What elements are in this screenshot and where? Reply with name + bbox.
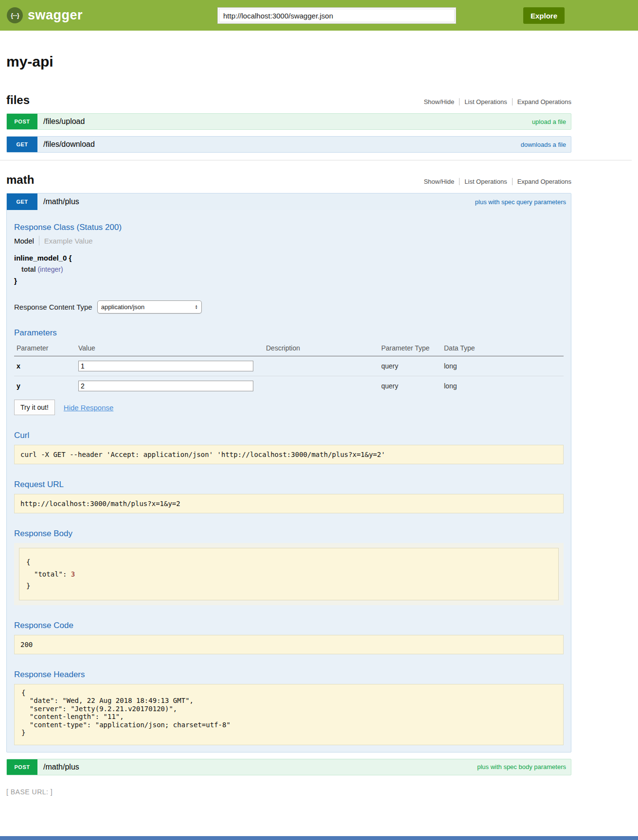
get-method-badge: GET xyxy=(7,193,37,210)
tab-separator xyxy=(39,236,39,245)
tab-model[interactable]: Model xyxy=(14,237,34,245)
json-open-brace: { xyxy=(26,556,551,568)
bottom-blue-bar xyxy=(0,836,638,840)
model-property-type: (integer) xyxy=(37,265,63,273)
param-x-value-input[interactable] xyxy=(78,361,253,371)
try-it-out-button[interactable]: Try it out! xyxy=(14,400,55,415)
files-show-hide-link[interactable]: Show/Hide xyxy=(419,98,459,105)
post-method-badge: POST xyxy=(7,114,37,129)
select-arrows-icon: ▲▼ xyxy=(195,305,198,310)
content-type-selected-value: application/json xyxy=(101,303,145,311)
swagger-braces-icon: {···} xyxy=(7,7,23,23)
param-description xyxy=(264,376,379,396)
curl-heading: Curl xyxy=(14,431,564,440)
param-data-type: long xyxy=(442,376,564,396)
operation-path[interactable]: /files/upload xyxy=(43,117,85,126)
operation-row-post-files-upload[interactable]: POST /files/upload upload a file xyxy=(6,113,571,130)
param-y-value-input[interactable] xyxy=(78,381,253,391)
column-parameter: Parameter xyxy=(14,342,76,356)
page-title: my-api xyxy=(6,53,571,70)
param-name: x xyxy=(14,356,76,376)
brand-title: swagger xyxy=(28,8,83,23)
response-code-value: 200 xyxy=(14,635,564,654)
model-property-name: total xyxy=(21,265,36,273)
response-headers-heading: Response Headers xyxy=(14,670,564,680)
param-type: query xyxy=(379,356,442,376)
param-description xyxy=(264,356,379,376)
json-number-value: 3 xyxy=(71,570,75,578)
response-body-container: { "total": 3 } xyxy=(14,543,564,605)
get-method-badge: GET xyxy=(7,137,37,152)
json-key: "total": xyxy=(34,570,71,578)
math-section-controls: Show/Hide List Operations Expand Operati… xyxy=(419,178,571,185)
api-url-field-wrap xyxy=(217,7,456,24)
explore-button[interactable]: Explore xyxy=(523,7,565,24)
operation-summary[interactable]: plus with spec query parameters xyxy=(475,198,566,206)
column-description: Description xyxy=(264,342,379,356)
parameter-row-x: x query long xyxy=(14,356,564,376)
request-url-value: http://localhost:3000/math/plus?x=1&y=2 xyxy=(14,494,564,513)
math-section-header: math Show/Hide List Operations Expand Op… xyxy=(6,173,571,187)
operation-path[interactable]: /math/plus xyxy=(43,763,79,771)
column-data-type: Data Type xyxy=(442,342,564,356)
param-type: query xyxy=(379,376,442,396)
section-divider xyxy=(0,160,632,160)
operation-path[interactable]: /files/download xyxy=(43,140,95,149)
files-section-header: files Show/Hide List Operations Expand O… xyxy=(6,93,571,107)
math-expand-operations-link[interactable]: Expand Operations xyxy=(512,178,571,185)
model-signature: inline_model_0 { total (integer) } xyxy=(14,254,564,285)
parameters-table: Parameter Value Description Parameter Ty… xyxy=(14,342,564,396)
operation-row-post-math-plus[interactable]: POST /math/plus plus with spec body para… xyxy=(6,759,571,775)
parameters-header-row: Parameter Value Description Parameter Ty… xyxy=(14,342,564,356)
math-list-operations-link[interactable]: List Operations xyxy=(459,178,512,185)
parameter-row-y: y query long xyxy=(14,376,564,396)
column-value: Value xyxy=(76,342,264,356)
operation-summary[interactable]: upload a file xyxy=(532,118,566,125)
response-headers-json: { "date": "Wed, 22 Aug 2018 18:49:13 GMT… xyxy=(14,684,564,745)
content-type-select[interactable]: application/json ▲▼ xyxy=(97,300,202,314)
column-parameter-type: Parameter Type xyxy=(379,342,442,356)
files-section-controls: Show/Hide List Operations Expand Operati… xyxy=(419,98,571,105)
model-name: inline_model_0 { xyxy=(14,254,564,262)
operation-header-get-math-plus[interactable]: GET /math/plus plus with spec query para… xyxy=(7,193,571,210)
model-tabs: Model Example Value xyxy=(14,236,564,245)
math-section-title: math xyxy=(6,173,34,187)
operation-summary[interactable]: plus with spec body parameters xyxy=(477,763,566,770)
request-url-heading: Request URL xyxy=(14,480,564,490)
operation-panel-get-math-plus: GET /math/plus plus with spec query para… xyxy=(6,193,571,752)
response-body-json: { "total": 3 } xyxy=(19,548,559,600)
header-bar: {···} swagger Explore xyxy=(0,0,638,31)
operation-summary[interactable]: downloads a file xyxy=(521,141,566,148)
api-url-input[interactable] xyxy=(219,9,455,22)
base-url-footer: [ BASE URL: ] xyxy=(6,788,638,796)
operation-path[interactable]: /math/plus xyxy=(43,197,79,206)
tab-example-value[interactable]: Example Value xyxy=(44,237,93,245)
response-code-heading: Response Code xyxy=(14,621,564,630)
operation-row-get-files-download[interactable]: GET /files/download downloads a file xyxy=(6,136,571,153)
files-section-title: files xyxy=(6,93,30,107)
param-data-type: long xyxy=(442,356,564,376)
response-body-heading: Response Body xyxy=(14,529,564,539)
post-method-badge: POST xyxy=(7,759,37,775)
param-name: y xyxy=(14,376,76,396)
model-close-brace: } xyxy=(14,277,564,285)
curl-command: curl -X GET --header 'Accept: applicatio… xyxy=(14,445,564,464)
files-expand-operations-link[interactable]: Expand Operations xyxy=(512,98,571,105)
files-list-operations-link[interactable]: List Operations xyxy=(459,98,512,105)
response-content-type-label: Response Content Type xyxy=(14,303,92,311)
response-class-heading: Response Class (Status 200) xyxy=(14,223,564,232)
math-show-hide-link[interactable]: Show/Hide xyxy=(419,178,459,185)
parameters-heading: Parameters xyxy=(14,328,564,338)
hide-response-link[interactable]: Hide Response xyxy=(64,403,114,412)
swagger-logo[interactable]: {···} swagger xyxy=(7,7,83,23)
operation-content: Response Class (Status 200) Model Exampl… xyxy=(7,210,571,752)
json-close-brace: } xyxy=(26,580,551,592)
